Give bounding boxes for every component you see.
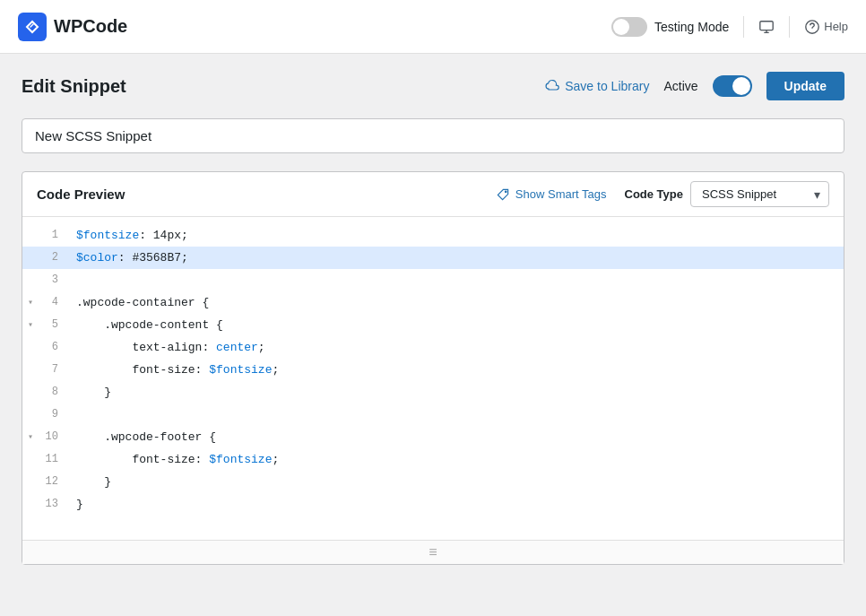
code-preview-controls: Show Smart Tags Code Type SCSS Snippet C… (496, 181, 829, 207)
code-editor-resize-handle[interactable]: ≡ (22, 540, 844, 564)
line-number: 5 (40, 314, 58, 336)
code-token: .wpcode-container { (76, 291, 209, 314)
line-gutter: 2 (22, 247, 65, 269)
line-content: .wpcode-container { (65, 291, 844, 314)
code-token: .wpcode-footer { (76, 426, 216, 448)
table-row: 12 } (22, 471, 844, 493)
page-content: Edit Snippet Save to Library Active Upda… (0, 54, 866, 583)
code-token: $fontsize (209, 448, 272, 471)
table-row: 9 (22, 403, 844, 426)
code-token: $fontsize (209, 359, 272, 381)
code-token: ; (272, 448, 279, 471)
code-type-select[interactable]: SCSS Snippet CSS Snippet JavaScript Snip… (690, 181, 829, 207)
table-row: 8 } (22, 381, 844, 403)
line-gutter: 1 (22, 224, 65, 247)
code-token: .wpcode-content { (76, 314, 223, 336)
line-gutter: 12 (22, 471, 65, 493)
line-gutter: 13 (22, 493, 65, 516)
code-preview-title: Code Preview (37, 187, 125, 202)
line-gutter: 11 (22, 448, 65, 471)
code-token: text-align: (76, 336, 216, 359)
line-gutter: 9 (22, 403, 65, 426)
nav-divider2 (789, 16, 790, 38)
line-number: 2 (40, 247, 58, 269)
table-row: ▾5 .wpcode-content { (22, 314, 844, 336)
table-row: 3 (22, 269, 844, 291)
line-gutter: 8 (22, 381, 65, 403)
code-token: } (76, 493, 83, 516)
line-content: .wpcode-content { (65, 314, 844, 336)
line-content: font-size: $fontsize; (65, 448, 844, 471)
code-token: : 14px; (139, 224, 188, 247)
code-type-label: Code Type (625, 187, 684, 201)
code-token: : #3568B7; (118, 247, 188, 269)
line-number: 10 (40, 426, 58, 448)
line-gutter: 3 (22, 269, 65, 291)
code-token: font-size: (76, 359, 209, 381)
active-label: Active (663, 79, 697, 93)
code-token: font-size: (76, 448, 209, 471)
active-toggle[interactable] (713, 75, 752, 97)
code-token: $fontsize (76, 224, 139, 247)
table-row: 1$fontsize: 14px; (22, 224, 844, 247)
resize-icon: ≡ (429, 544, 437, 560)
line-content: $fontsize: 14px; (65, 224, 844, 247)
table-row: ▾4.wpcode-container { (22, 291, 844, 314)
snippet-name-input[interactable] (22, 118, 844, 153)
monitor-icon-btn[interactable] (758, 19, 775, 35)
testing-mode-toggle[interactable] (611, 17, 647, 37)
fold-arrow-icon[interactable]: ▾ (28, 314, 37, 336)
code-token: ; (272, 359, 279, 381)
logo-icon (18, 13, 47, 41)
code-type-select-wrapper[interactable]: SCSS Snippet CSS Snippet JavaScript Snip… (690, 181, 829, 207)
svg-rect-0 (760, 21, 773, 30)
code-token: } (76, 381, 111, 403)
update-button[interactable]: Update (766, 72, 844, 100)
top-nav: WPCode Testing Mode Help (0, 0, 866, 54)
tag-icon (496, 187, 510, 202)
line-content: } (65, 471, 844, 493)
page-header-right: Save to Library Active Update (545, 72, 844, 100)
line-number: 4 (40, 291, 58, 314)
smart-tags-label: Show Smart Tags (515, 187, 607, 201)
line-content: text-align: center; (65, 336, 844, 359)
line-content (65, 269, 844, 291)
logo-group: WPCode (18, 13, 127, 41)
code-token: $color (76, 247, 118, 269)
fold-arrow-icon[interactable]: ▾ (28, 426, 37, 448)
nav-divider (743, 16, 744, 38)
line-gutter: 6 (22, 336, 65, 359)
help-btn[interactable]: Help (804, 19, 848, 35)
svg-point-2 (505, 191, 507, 193)
page-header: Edit Snippet Save to Library Active Upda… (22, 72, 844, 100)
code-token: center (216, 336, 258, 359)
page-title: Edit Snippet (22, 76, 126, 97)
line-gutter: ▾10 (22, 426, 65, 448)
save-to-library-button[interactable]: Save to Library (545, 79, 649, 93)
code-preview-section: Code Preview Show Smart Tags Code Type S… (22, 171, 844, 565)
line-number: 1 (40, 224, 58, 247)
testing-mode-group: Testing Mode (611, 17, 729, 37)
line-number: 6 (40, 336, 58, 359)
show-smart-tags-button[interactable]: Show Smart Tags (496, 187, 607, 202)
line-gutter: ▾5 (22, 314, 65, 336)
fold-arrow-icon[interactable]: ▾ (28, 291, 37, 314)
line-number: 12 (40, 471, 58, 493)
table-row: 2$color: #3568B7; (22, 247, 844, 269)
line-gutter: ▾4 (22, 291, 65, 314)
code-type-group: Code Type SCSS Snippet CSS Snippet JavaS… (625, 181, 830, 207)
line-content: } (65, 381, 844, 403)
code-editor[interactable]: 1$fontsize: 14px; 2$color: #3568B7; 3 ▾4… (22, 217, 844, 540)
save-to-library-label: Save to Library (565, 79, 649, 93)
table-row: 13} (22, 493, 844, 516)
code-token: } (76, 471, 111, 493)
table-row: 7 font-size: $fontsize; (22, 359, 844, 381)
line-gutter: 7 (22, 359, 65, 381)
line-number: 8 (40, 381, 58, 403)
testing-mode-label: Testing Mode (654, 20, 729, 34)
line-content: font-size: $fontsize; (65, 359, 844, 381)
help-label: Help (824, 20, 848, 33)
line-number: 11 (40, 448, 58, 471)
line-number: 3 (40, 269, 58, 291)
table-row: ▾10 .wpcode-footer { (22, 426, 844, 448)
